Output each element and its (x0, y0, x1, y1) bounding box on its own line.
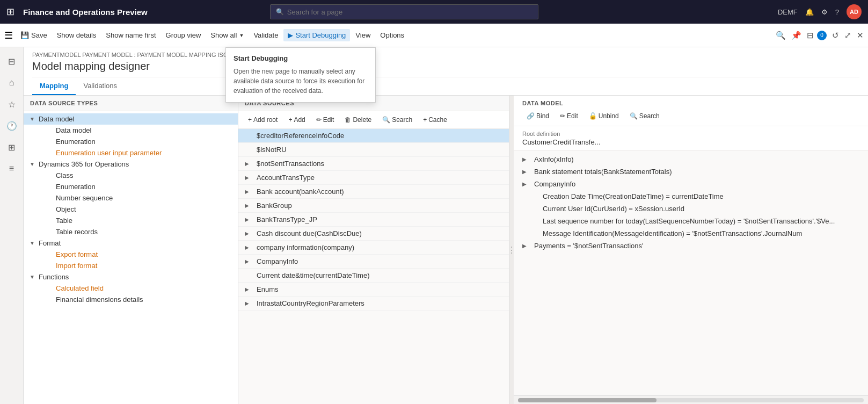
dst-dynamics365[interactable]: ▼ Dynamics 365 for Operations (24, 158, 238, 170)
group-view-button[interactable]: Group view (162, 29, 206, 41)
plus-icon: + (423, 116, 427, 124)
user-avatar[interactable]: AD (847, 4, 862, 19)
dst-enumeration2[interactable]: Enumeration (24, 181, 238, 192)
dm-current-user-id[interactable]: Current User Id(CurUserId) = xSession.us… (514, 203, 868, 215)
dm-search-button[interactable]: 🔍 Search (625, 111, 664, 121)
show-all-button[interactable]: Show all ▼ (206, 29, 248, 41)
edit-icon: ✏ (316, 116, 322, 124)
ds-item-intrastat[interactable]: ▶ IntrastatCountryRegionParameters (238, 297, 509, 311)
ds-item-cash-discount[interactable]: ▶ Cash discount due(CashDiscDue) (238, 227, 509, 241)
ds-item-enums[interactable]: ▶ Enums (238, 283, 509, 297)
top-navigation: ⊞ Finance and Operations Preview 🔍 DEMF … (0, 0, 868, 24)
cache-button[interactable]: + Cache (419, 114, 451, 125)
toolbar-search-icon[interactable]: 🔍 (776, 31, 786, 40)
search-button[interactable]: 🔍 Search (378, 114, 417, 125)
start-debugging-button[interactable]: ▶ Start Debugging (283, 29, 350, 41)
ds-item-bank-trans-type[interactable]: ▶ BankTransType_JP (238, 213, 509, 227)
dst-enum-user-input[interactable]: Enumeration user input parameter (24, 147, 238, 158)
edit-icon: ✏ (560, 112, 565, 120)
toolbar-expand-icon[interactable]: ⤢ (844, 31, 851, 40)
save-button[interactable]: 💾 Save (16, 29, 52, 41)
dst-table[interactable]: Table (24, 215, 238, 226)
dm-message-identification[interactable]: Message Identification(MessageIdentifica… (514, 227, 868, 240)
help-icon[interactable]: ? (835, 8, 839, 16)
gear-icon[interactable]: ⚙ (821, 8, 828, 16)
dm-payments[interactable]: ▶ Payments = '$notSentTransactions' (514, 240, 868, 252)
dst-class[interactable]: Class (24, 170, 238, 181)
ds-item-current-datetime[interactable]: Current date&time(currentDateTime) (238, 269, 509, 283)
toolbar-refresh-icon[interactable]: ↺ (832, 31, 839, 40)
delete-button[interactable]: 🗑 Delete (340, 114, 376, 125)
app-grid-icon[interactable]: ⊞ (6, 6, 14, 18)
dm-company-info[interactable]: ▶ CompanyInfo (514, 178, 868, 190)
dst-calculated-field[interactable]: Calculated field (24, 283, 238, 294)
ds-item-company-info[interactable]: ▶ company information(company) (238, 241, 509, 255)
panel-divider[interactable]: ⋮ (509, 96, 514, 404)
toolbar-pin-icon[interactable]: 📌 (791, 31, 801, 40)
validate-button[interactable]: Validate (249, 29, 282, 41)
toolbar-panel-icon[interactable]: ⊟ (807, 31, 814, 40)
data-model-toolbar: 🔗 Bind ✏ Edit 🔓 Unbind 🔍 (522, 111, 859, 121)
dst-import-format[interactable]: Import format (24, 260, 238, 271)
global-search-input[interactable] (287, 8, 533, 16)
show-name-first-button[interactable]: Show name first (101, 29, 160, 41)
ds-item-bank-account[interactable]: ▶ Bank account(bankAccount) (238, 185, 509, 199)
app-title: Finance and Operations Preview (23, 8, 148, 17)
sidebar-clock-icon[interactable]: 🕐 (2, 116, 21, 135)
dst-financial-dims[interactable]: Financial dimensions details (24, 294, 238, 305)
dm-edit-button[interactable]: ✏ Edit (556, 111, 582, 121)
expand-icon: ▼ (28, 116, 37, 122)
dm-creation-datetime[interactable]: Creation Date Time(CreationDateTime) = c… (514, 190, 868, 203)
add-root-button[interactable]: + Add root (244, 114, 282, 125)
edit-button[interactable]: ✏ Edit (312, 114, 339, 125)
sidebar-home-icon[interactable]: ⌂ (2, 73, 21, 92)
dst-functions[interactable]: ▼ Functions (24, 271, 238, 283)
page-header: PAYMENTMODEL PAYMENT MODEL : PAYMENT MOD… (24, 47, 868, 96)
tab-validations[interactable]: Validations (76, 77, 125, 95)
dm-ax-info[interactable]: ▶ AxInfo(xInfo) (514, 153, 868, 165)
dst-data-model-root[interactable]: ▼ Data model (24, 113, 238, 125)
dst-number-sequence[interactable]: Number sequence (24, 192, 238, 204)
options-button[interactable]: Options (376, 29, 409, 41)
bind-button[interactable]: 🔗 Bind (522, 111, 553, 121)
unbind-button[interactable]: 🔓 Unbind (585, 111, 623, 121)
dst-format[interactable]: ▼ Format (24, 237, 238, 249)
bell-icon[interactable]: 🔔 (805, 8, 814, 16)
main-content-area: ⊟ ⌂ ☆ 🕐 ⊞ ≡ PAYMENTMODEL PAYMENT MODEL :… (0, 47, 868, 404)
ds-item-is-not-ru[interactable]: $isNotRU (238, 143, 509, 157)
dst-data-model-child[interactable]: Data model (24, 125, 238, 136)
view-button[interactable]: View (351, 29, 375, 41)
root-definition-label: Root definition (522, 131, 859, 137)
search-icon: 🔍 (382, 116, 390, 124)
tab-mapping[interactable]: Mapping (32, 77, 76, 95)
add-button[interactable]: + Add (284, 114, 309, 125)
global-search-bar[interactable]: 🔍 (270, 4, 538, 19)
dm-bank-statement[interactable]: ▶ Bank statement totals(BankStatementTot… (514, 165, 868, 178)
dst-table-records[interactable]: Table records (24, 226, 238, 237)
data-sources-list: $creditorReferenceInfoCode $isNotRU ▶ $n… (238, 129, 509, 404)
environment-label: DEMF (778, 8, 798, 16)
ds-item-companyinfo[interactable]: ▶ CompanyInfo (238, 255, 509, 269)
data-source-types-header: DATA SOURCE TYPES (24, 96, 238, 111)
toolbar-close-icon[interactable]: ✕ (857, 31, 864, 40)
ds-item-creditor-ref[interactable]: $creditorReferenceInfoCode (238, 129, 509, 143)
expand-icon: ▼ (28, 240, 37, 246)
dst-export-format[interactable]: Export format (24, 249, 238, 260)
show-details-button[interactable]: Show details (53, 29, 101, 41)
sidebar-grid-icon[interactable]: ⊞ (2, 138, 21, 157)
hamburger-icon[interactable]: ☰ (4, 30, 13, 41)
sidebar-list-icon[interactable]: ≡ (2, 159, 21, 178)
dm-last-sequence[interactable]: Last sequence number for today(LastSeque… (514, 215, 868, 227)
sidebar-icons: ⊟ ⌂ ☆ 🕐 ⊞ ≡ (0, 47, 24, 404)
dst-object[interactable]: Object (24, 204, 238, 215)
tooltip-title: Start Debugging (234, 54, 368, 62)
ds-item-bank-group[interactable]: ▶ BankGroup (238, 199, 509, 213)
dst-enumeration[interactable]: Enumeration (24, 136, 238, 147)
root-definition-section: Root definition CustomerCreditTransfe... (514, 126, 868, 151)
tab-bar: Mapping Validations (32, 77, 859, 95)
sidebar-filter-icon[interactable]: ⊟ (2, 52, 21, 71)
horizontal-scrollbar[interactable] (514, 395, 868, 404)
ds-item-account-trans-type[interactable]: ▶ AccountTransType (238, 171, 509, 185)
sidebar-star-icon[interactable]: ☆ (2, 95, 21, 114)
ds-item-not-sent-transactions[interactable]: ▶ $notSentTransactions (238, 157, 509, 171)
